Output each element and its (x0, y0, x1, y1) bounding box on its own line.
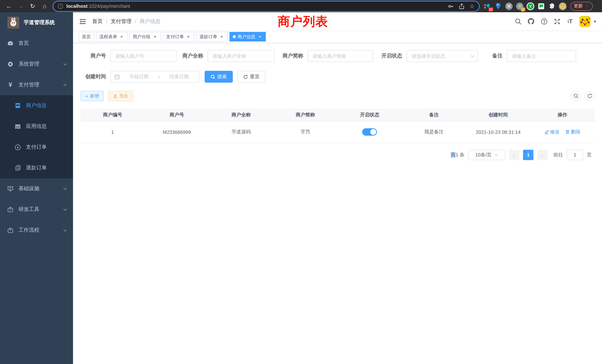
prev-page-button[interactable]: ‹ (509, 150, 519, 160)
help-icon[interactable] (540, 18, 548, 25)
browser-menu-icon[interactable]: ⋮ (585, 3, 589, 9)
toggle-search-button[interactable] (571, 91, 581, 101)
sidebar-item-merchant-info[interactable]: 商户信息 (0, 95, 73, 116)
cell-full-name: 芋道源码 (209, 121, 273, 143)
chevron-up-icon (63, 83, 67, 87)
github-icon[interactable] (527, 18, 535, 25)
add-button[interactable]: + 新增 (80, 91, 104, 101)
tab-label: 流程表单 (99, 33, 117, 40)
tab-merchant-info[interactable]: 商户信息 × (229, 32, 266, 42)
briefcase-icon (7, 227, 13, 233)
cell-merchant-no: M233666999 (145, 121, 209, 143)
sidebar-item-dev-tools[interactable]: 研发工具 (0, 199, 73, 220)
sidebar-toggle-icon[interactable] (79, 18, 86, 25)
extension-pin-icon[interactable] (494, 2, 502, 10)
tab-label: 退款订单 (199, 33, 217, 40)
export-button[interactable]: 导出 (108, 91, 133, 101)
sidebar-logo[interactable]: 芋道管理系统 (0, 12, 73, 33)
sidebar-item-home[interactable]: 首页 (0, 33, 73, 54)
extensions-puzzle-icon[interactable] (548, 2, 556, 10)
sidebar-item-workflow[interactable]: 工作流程 (0, 220, 73, 241)
briefcase-icon (7, 206, 13, 212)
password-key-icon[interactable] (448, 3, 453, 9)
tab-user-group[interactable]: 用户分组 × (129, 32, 161, 42)
tab-refund-order[interactable]: 退款订单 × (196, 32, 228, 42)
tab-pay-order[interactable]: 支付订单 × (163, 32, 194, 42)
extension-diamond-icon[interactable]: 10 (483, 2, 492, 10)
goto-page-input[interactable] (567, 150, 583, 160)
status-select-input[interactable] (407, 50, 478, 62)
yen-icon: ¥ (7, 82, 13, 88)
tab-process-form[interactable]: 流程表单 × (96, 32, 128, 42)
chevron-down-icon (63, 207, 67, 212)
breadcrumb-section[interactable]: 支付管理 (111, 18, 132, 25)
sidebar-item-pay[interactable]: ¥ 支付管理 (0, 75, 73, 95)
col-full-name: 商户全称 (209, 109, 273, 121)
short-name-input[interactable] (308, 50, 373, 62)
next-page-button[interactable]: › (537, 150, 548, 160)
browser-reload-icon[interactable]: ↻ (28, 1, 37, 11)
tab-close-icon[interactable]: × (219, 34, 224, 39)
chevron-down-icon (63, 62, 67, 66)
page-number-button[interactable]: 1 (523, 150, 533, 160)
edit-link[interactable]: 修改 (544, 129, 559, 135)
gear-icon (7, 61, 13, 67)
breadcrumb-home[interactable]: 首页 (92, 18, 103, 25)
total-suffix: 条 (460, 152, 464, 157)
tab-label: 支付订单 (166, 33, 184, 40)
browser-update-button[interactable]: 更新 ⋮ (570, 2, 593, 11)
extension-y-icon[interactable]: Y (526, 2, 535, 10)
bookmark-star-icon[interactable]: ☆ (470, 3, 474, 10)
extension-command-icon[interactable]: ⌘ (505, 2, 513, 10)
page-size-select[interactable]: 10条/页 (468, 150, 505, 160)
store-icon (15, 103, 21, 109)
svg-text:Y: Y (529, 4, 532, 9)
browser-forward-icon[interactable]: → (16, 1, 26, 11)
merchant-no-input[interactable] (110, 50, 177, 62)
profile-avatar-icon[interactable] (559, 2, 567, 10)
sidebar-item-refund-order[interactable]: 退款订单 (0, 158, 73, 178)
sidebar-item-app-info[interactable]: 应用信息 (0, 116, 73, 137)
full-name-input[interactable] (208, 50, 274, 62)
breadcrumb-separator: / (135, 18, 136, 24)
sidebar-item-pay-order[interactable]: ¥ 支付订单 (0, 137, 73, 158)
delete-link[interactable]: 删除 (565, 129, 580, 135)
filter-row-1: 商户号 商户全称 商户简称 开启状态 备注 (85, 50, 595, 62)
table-row: 1 M233666999 芋道源码 芋艿 我是备注 2021-10-23 08:… (80, 121, 595, 143)
remark-input[interactable] (507, 50, 576, 62)
address-bar[interactable]: i localhost:1024/pay/merchant ☆ (53, 1, 479, 11)
tab-label: 用户分组 (133, 33, 150, 40)
col-actions: 操作 (530, 109, 595, 121)
page-info-icon[interactable]: i (58, 3, 63, 9)
status-toggle-on[interactable] (362, 128, 377, 136)
tab-close-icon[interactable]: × (186, 34, 191, 39)
sidebar-item-infrastructure[interactable]: 基础设施 (0, 178, 73, 199)
sidebar-item-label: 支付管理 (19, 82, 63, 88)
tab-home[interactable]: 首页 (79, 32, 94, 42)
share-icon[interactable] (459, 3, 464, 9)
font-size-icon[interactable]: tT (566, 18, 574, 25)
status-select[interactable] (407, 50, 478, 62)
red-annotation-text: 商户列表 (278, 13, 328, 30)
header-search-icon[interactable] (515, 18, 522, 25)
refresh-table-button[interactable] (585, 91, 595, 101)
fullscreen-icon[interactable] (553, 18, 561, 25)
browser-home-icon[interactable]: ⌂ (40, 1, 49, 11)
user-avatar[interactable] (579, 16, 591, 27)
avatar-caret-down-icon[interactable]: ▾ (594, 19, 596, 24)
create-time-range-picker[interactable]: 开始日期 - 结束日期 (110, 71, 199, 83)
tab-close-icon[interactable]: × (152, 34, 158, 39)
extension-status-icon[interactable]: 1 (516, 2, 524, 10)
browser-back-icon[interactable]: ← (4, 1, 14, 11)
extension-chat-icon[interactable] (537, 2, 545, 10)
tags-view: 首页 流程表单 × 用户分组 × 支付订单 × 退款订单 × (73, 31, 602, 43)
reset-button[interactable]: 重置 (237, 71, 265, 83)
tab-close-icon[interactable]: × (257, 34, 262, 39)
grid-table-icon (15, 123, 21, 129)
tab-close-icon[interactable]: × (119, 34, 124, 39)
url-text: localhost:1024/pay/merchant (66, 3, 448, 9)
breadcrumb: 首页 / 支付管理 / 商户信息 (92, 18, 161, 25)
update-label: 更新 (574, 3, 583, 9)
sidebar-item-system[interactable]: 系统管理 (0, 54, 73, 75)
search-button[interactable]: 搜索 (205, 71, 233, 83)
